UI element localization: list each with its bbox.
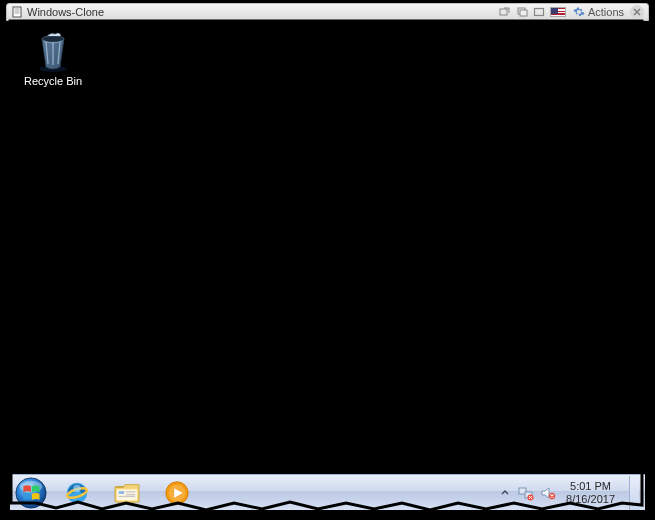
media-player-icon [164, 480, 190, 506]
document-icon [11, 6, 23, 18]
taskbar-mediaplayer-button[interactable] [154, 478, 200, 508]
internet-explorer-icon [64, 480, 90, 506]
file-explorer-icon [113, 481, 141, 505]
svg-rect-0 [13, 7, 21, 17]
svg-rect-18 [126, 491, 135, 492]
volume-icon[interactable] [540, 485, 556, 501]
system-tray: 5:01 PM 8/16/2017 [498, 476, 645, 510]
taskbar-ie-button[interactable] [54, 478, 100, 508]
svg-rect-20 [119, 495, 136, 496]
actions-menu[interactable]: Actions [570, 6, 627, 18]
vm-title: Windows-Clone [27, 6, 104, 18]
trash-icon [33, 29, 73, 73]
svg-rect-6 [520, 10, 527, 16]
vm-titlebar: Windows-Clone Actions [6, 3, 649, 21]
recycle-bin-label: Recycle Bin [18, 75, 88, 87]
show-desktop-button[interactable] [629, 476, 639, 510]
popout-icon[interactable] [498, 6, 512, 18]
taskbar-clock[interactable]: 5:01 PM 8/16/2017 [562, 480, 619, 505]
desktop-area[interactable]: Recycle Bin [10, 21, 645, 474]
svg-rect-17 [119, 491, 125, 494]
recycle-bin-icon[interactable]: Recycle Bin [18, 29, 88, 87]
svg-point-14 [73, 484, 80, 491]
taskbar-explorer-button[interactable] [104, 478, 150, 508]
svg-rect-4 [500, 9, 507, 15]
clock-date: 8/16/2017 [566, 493, 615, 506]
actions-label: Actions [588, 6, 624, 18]
maximize-icon[interactable] [532, 6, 546, 18]
flag-us-icon[interactable] [550, 7, 566, 17]
close-icon[interactable] [630, 5, 644, 19]
taskbar: 5:01 PM 8/16/2017 [10, 474, 645, 510]
clock-time: 5:01 PM [566, 480, 615, 493]
start-button[interactable] [12, 476, 50, 510]
gear-icon [573, 6, 585, 18]
svg-rect-19 [126, 493, 135, 494]
restore-icon[interactable] [515, 6, 529, 18]
network-icon[interactable] [518, 485, 534, 501]
svg-rect-7 [534, 9, 543, 16]
tray-overflow-button[interactable] [498, 486, 512, 500]
